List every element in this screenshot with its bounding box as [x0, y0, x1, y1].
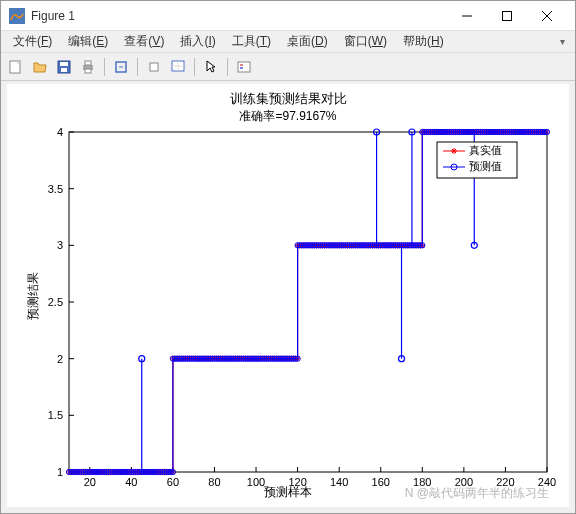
save-button[interactable]: [53, 56, 75, 78]
svg-text:3: 3: [57, 239, 63, 251]
svg-rect-8: [61, 68, 67, 72]
menu-window[interactable]: 窗口(W): [336, 33, 395, 50]
svg-rect-11: [85, 69, 91, 73]
figure-canvas: 训练集预测结果对比 准确率=97.9167% 预测结果 204060801001…: [1, 81, 575, 513]
insert-legend-button[interactable]: [233, 56, 255, 78]
toolbar-separator: [194, 58, 195, 76]
menu-file[interactable]: 文件(F): [5, 33, 60, 50]
new-figure-button[interactable]: [5, 56, 27, 78]
chart-svg: 2040608010012014016018020022024011.522.5…: [7, 84, 569, 507]
svg-rect-10: [85, 61, 91, 65]
menu-dropdown-icon[interactable]: ▾: [560, 36, 565, 47]
svg-text:1.5: 1.5: [48, 409, 63, 421]
svg-text:2: 2: [57, 353, 63, 365]
toolbar-separator: [137, 58, 138, 76]
svg-rect-21: [69, 132, 547, 472]
svg-rect-7: [60, 62, 68, 66]
menu-edit[interactable]: 编辑(E): [60, 33, 116, 50]
toolbar-separator: [227, 58, 228, 76]
app-icon: [9, 8, 25, 24]
svg-text:4: 4: [57, 126, 63, 138]
svg-text:1: 1: [57, 466, 63, 478]
svg-text:2.5: 2.5: [48, 296, 63, 308]
toolbar-separator: [104, 58, 105, 76]
print-button[interactable]: [77, 56, 99, 78]
svg-text:预测值: 预测值: [469, 160, 502, 172]
plot-area[interactable]: 训练集预测结果对比 准确率=97.9167% 预测结果 204060801001…: [7, 84, 569, 507]
link-button[interactable]: [110, 56, 132, 78]
menu-view[interactable]: 查看(V): [116, 33, 172, 50]
menu-desktop[interactable]: 桌面(D): [279, 33, 336, 50]
toolbar: [1, 53, 575, 81]
datacursor-button[interactable]: [167, 56, 189, 78]
x-axis-label: 预测样本: [7, 484, 569, 501]
cursor-button[interactable]: [200, 56, 222, 78]
window-title: Figure 1: [31, 9, 447, 23]
maximize-button[interactable]: [487, 2, 527, 30]
svg-text:真实值: 真实值: [469, 144, 502, 156]
svg-text:3.5: 3.5: [48, 183, 63, 195]
menu-bar: 文件(F) 编辑(E) 查看(V) 插入(I) 工具(T) 桌面(D) 窗口(W…: [1, 31, 575, 53]
menu-insert[interactable]: 插入(I): [172, 33, 223, 50]
rotate-button[interactable]: [143, 56, 165, 78]
close-button[interactable]: [527, 2, 567, 30]
title-bar: Figure 1: [1, 1, 575, 31]
open-button[interactable]: [29, 56, 51, 78]
svg-rect-2: [503, 11, 512, 20]
menu-tools[interactable]: 工具(T): [224, 33, 279, 50]
svg-rect-14: [150, 63, 158, 71]
menu-help[interactable]: 帮助(H): [395, 33, 452, 50]
minimize-button[interactable]: [447, 2, 487, 30]
svg-rect-18: [238, 62, 250, 72]
